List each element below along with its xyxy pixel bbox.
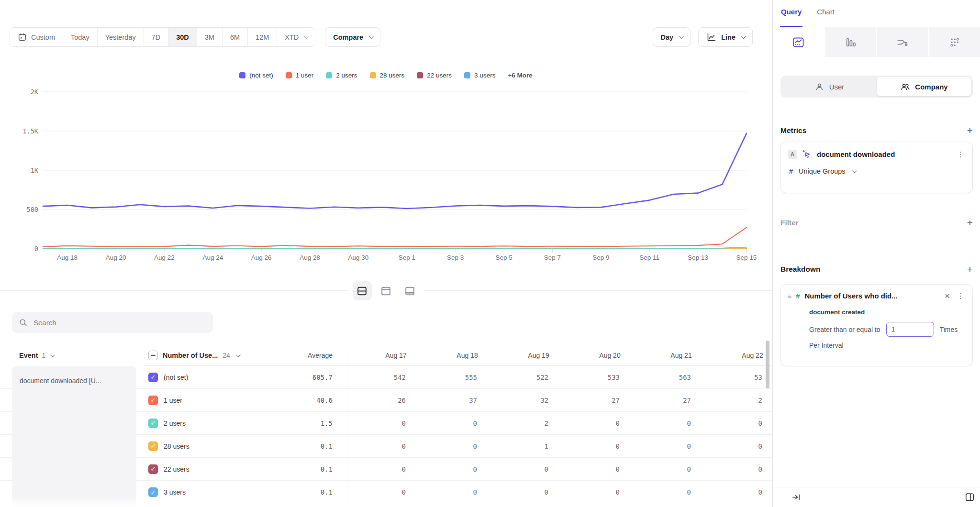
cell-value: 0 — [432, 488, 503, 496]
analytics-app: Custom Today Yesterday 7D 30D 3M 6M 12M … — [0, 0, 980, 507]
condition-label: Greater than or equal to — [809, 326, 880, 333]
chevron-down-icon — [369, 34, 374, 39]
range-12m-button[interactable]: 12M — [248, 28, 277, 46]
event-name[interactable]: document downloaded [U... — [20, 377, 131, 385]
svg-text:Sep 11: Sep 11 — [639, 254, 659, 261]
series-label: 3 users — [164, 488, 268, 496]
chart-type-dotgrid-button[interactable] — [928, 27, 980, 57]
series-checkbox[interactable]: ✓ — [148, 441, 158, 451]
metrics-section-header: Metrics + — [780, 125, 973, 135]
flow-chart-icon — [896, 36, 909, 49]
column-header-date: Aug 18 — [432, 352, 503, 359]
range-3m-button[interactable]: 3M — [197, 28, 223, 46]
layout-toggle-group — [348, 280, 424, 301]
chart-type-bar-button[interactable] — [824, 27, 876, 57]
cell-value: 555 — [432, 374, 503, 381]
svg-text:1.5K: 1.5K — [22, 127, 38, 135]
chevron-down-icon — [679, 34, 684, 39]
date-range-segmented-control: Custom Today Yesterday 7D 30D 3M 6M 12M … — [10, 27, 315, 47]
cell-value: 0 — [646, 442, 717, 450]
table-only-toggle[interactable] — [401, 281, 420, 300]
chart-type-flow-button[interactable] — [876, 27, 928, 57]
cell-value: 0 — [432, 419, 503, 427]
range-today-button[interactable]: Today — [63, 28, 98, 46]
metric-event-name[interactable]: document downloaded — [817, 150, 951, 158]
interval-dropdown[interactable]: Day — [653, 27, 691, 47]
breakdown-event-name[interactable]: document created — [809, 309, 966, 316]
range-custom-button[interactable]: Custom — [10, 28, 63, 46]
event-column: document downloaded [U... — [12, 366, 136, 507]
breakdown-heading: Breakdown — [780, 265, 821, 274]
svg-text:Sep 13: Sep 13 — [688, 254, 708, 261]
select-all-checkbox[interactable] — [148, 351, 158, 360]
svg-text:500: 500 — [27, 206, 38, 213]
svg-text:Sep 9: Sep 9 — [592, 254, 609, 261]
table-header-columns: Average Aug 17 Aug 18 Aug 19 Aug 20 Aug … — [0, 352, 772, 359]
minus-icon — [151, 355, 156, 356]
close-icon[interactable]: × — [944, 291, 951, 300]
check-icon: ✓ — [151, 420, 156, 426]
table-scrollbar[interactable] — [766, 341, 769, 388]
table-only-icon — [404, 285, 416, 297]
add-breakdown-button[interactable]: + — [967, 264, 973, 274]
cell-value: 542 — [360, 374, 432, 381]
range-7d-button[interactable]: 7D — [144, 28, 169, 46]
scope-user-option[interactable]: User — [782, 77, 877, 96]
series-column-dropdown[interactable]: Number of Use... 24 — [148, 351, 239, 360]
range-xtd-button[interactable]: XTD — [277, 28, 315, 46]
condition-value-input[interactable] — [886, 322, 934, 337]
series-label: 22 users — [164, 465, 268, 473]
series-checkbox[interactable]: ✓ — [148, 419, 158, 428]
chevron-down-icon — [304, 34, 309, 39]
cell-value: 0 — [503, 465, 574, 473]
kebab-menu-icon[interactable]: ⋮ — [956, 292, 966, 300]
calendar-icon — [18, 33, 27, 42]
chart-type-selector — [773, 27, 980, 57]
condition-unit-label: Times — [940, 326, 958, 333]
svg-text:Aug 26: Aug 26 — [251, 254, 272, 261]
line-chart-icon — [706, 32, 716, 42]
average-value: 1.5 — [268, 419, 340, 427]
range-30d-button[interactable]: 30D — [168, 28, 197, 46]
cell-value: 563 — [646, 374, 717, 381]
breakdown-condition-row: Greater than or equal to Times — [809, 322, 966, 337]
column-header-date: Aug 17 — [360, 352, 432, 359]
collapse-panel-icon[interactable] — [791, 492, 801, 502]
chart-type-dropdown[interactable]: Line — [698, 27, 753, 47]
table-header: Average Aug 17 Aug 18 Aug 19 Aug 20 Aug … — [0, 348, 772, 366]
cell-value: 0 — [574, 488, 646, 496]
cell-value: 1 — [503, 442, 574, 450]
series-checkbox[interactable]: ✓ — [148, 396, 158, 405]
add-filter-button[interactable]: + — [967, 218, 973, 228]
breakdown-title[interactable]: Number of Users who did... — [805, 292, 939, 300]
metric-measure-dropdown[interactable]: # Unique Groups — [788, 167, 966, 175]
user-icon — [814, 82, 824, 92]
panel-footer — [773, 487, 980, 507]
check-icon: ✓ — [151, 466, 156, 472]
kebab-menu-icon[interactable]: ⋮ — [956, 150, 966, 159]
series-checkbox[interactable]: ✓ — [148, 487, 158, 497]
scope-company-option[interactable]: Company — [877, 77, 971, 96]
cell-value: 0 — [360, 465, 432, 473]
tab-query[interactable]: Query — [781, 8, 802, 27]
series-checkbox[interactable]: ✓ — [148, 373, 158, 382]
average-value: 40.6 — [268, 397, 340, 404]
add-metric-button[interactable]: + — [967, 125, 973, 135]
search-input[interactable] — [33, 319, 206, 327]
chart-only-toggle[interactable] — [377, 281, 396, 300]
range-yesterday-button[interactable]: Yesterday — [98, 28, 144, 46]
compare-button[interactable]: Compare — [325, 27, 380, 47]
drag-handle-icon[interactable]: ≡ — [788, 292, 791, 300]
range-6m-button[interactable]: 6M — [223, 28, 248, 46]
panel-layout-icon[interactable] — [964, 492, 975, 503]
check-icon: ✓ — [151, 489, 156, 496]
chart-type-line-button[interactable] — [773, 27, 824, 57]
series-label: 2 users — [164, 419, 268, 427]
tab-chart[interactable]: Chart — [817, 8, 835, 27]
series-checkbox[interactable]: ✓ — [148, 464, 158, 474]
split-view-toggle[interactable] — [353, 281, 372, 300]
query-panel: Query Chart — [772, 0, 980, 507]
average-value: 0.1 — [268, 442, 340, 450]
event-column-dropdown[interactable]: Event 1 — [19, 352, 54, 359]
chevron-down-icon — [852, 168, 857, 173]
